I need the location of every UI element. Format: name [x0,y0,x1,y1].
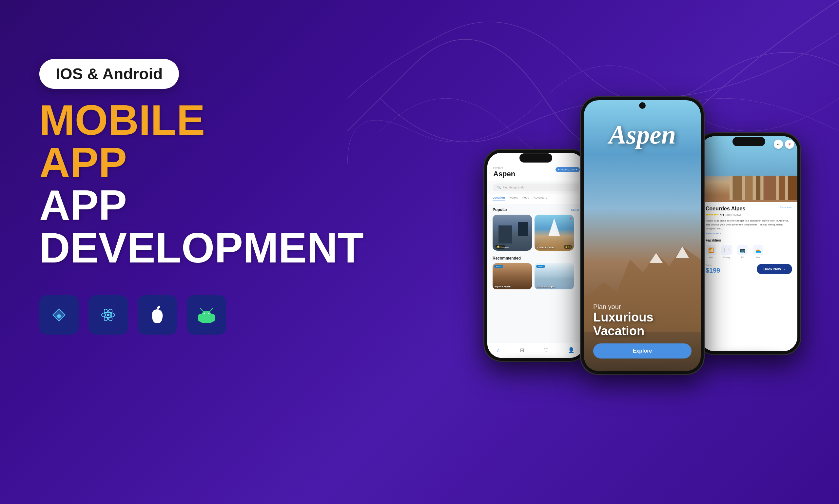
popular-title: Popular [493,208,507,212]
phone3-read-more-link[interactable]: Read more ∨ [706,232,792,235]
phone2-plan-text: Plan your [593,303,654,311]
apple-icon-box [138,295,177,335]
phone3-top-icons: ← ♥ [774,140,794,149]
phone3-facilities-title: Facilities [706,238,792,242]
phone2-screen: Aspen Plan your LuxuriousVacation Explor… [584,100,701,371]
phone3-price-group: Price $199 [706,264,720,274]
phone1-location-badge: ● Aspen, USA ▾ [555,167,580,172]
recommended-title: Recommended [493,256,521,260]
phone3-hero-image: ← ♥ [700,136,797,202]
phone1-recommended-section: Recommended 4N/5D Explore Aspen [487,253,584,291]
facility-dining: 🍽️ Dining [721,245,732,258]
phone1-location-text: Aspen, USA [560,168,575,171]
tab-adventure[interactable]: Adventure [534,196,547,201]
phone2-aspen-hero: Aspen Plan your LuxuriousVacation Explor… [580,96,704,375]
svg-point-10 [203,313,205,314]
svg-point-11 [208,313,210,314]
phone3-screen: ← ♥ Coeurdes Alpes Show map ★★★★★ 4.6 (3… [700,136,797,351]
phone3-notch [732,137,765,146]
facility-pool: 🏊 Pool [753,245,763,258]
phone1-popular-header: Popular See all [493,208,579,212]
wifi-label: Wifi [709,256,713,258]
tab-location[interactable]: Location [493,196,505,201]
search-icon: 🔍 [497,186,501,189]
headline-line3: DEVELOPMENT [39,227,302,269]
alley-palace-rating: ⭐ 4.1 [495,245,505,249]
react-icon-box [89,295,128,335]
svg-point-7 [107,313,109,316]
phone1-notch [519,154,552,163]
nav-home-icon[interactable]: ⌂ [497,347,500,353]
badge-ios-android: IOS & Android [39,59,179,89]
phone1-explore-aspen: Explore Aspen ● Aspen, USA ▾ 🔍 Find thin… [483,149,588,362]
phone2-punchhole [639,102,646,109]
dining-icon: 🍽️ [721,245,732,255]
phone2-aspen-title: Aspen [584,120,701,150]
phone2-aspen-text: Aspen [584,120,701,150]
see-all-link[interactable]: See all [571,209,579,211]
luxurious-aspen-name: Luxurious Aspen [536,285,555,288]
phone3-book-button[interactable]: Book Now → [757,264,792,274]
phone3-description: Aspen is as close as one can get to a st… [706,219,792,231]
phone3-place-title: Coeurdes Alpes [706,206,745,212]
phone1-popular-section: Popular See all Alley Palace ⭐ 4.1 [487,204,584,253]
phone1-dropdown-icon: ▾ [576,168,577,171]
phone2-luxury-text: LuxuriousVacation [593,311,654,338]
phone1-popular-cards: Alley Palace ⭐ 4.1 ♥ Coeurdes Alpes ⭐ 4.… [493,215,579,251]
android-icon-box [187,295,226,335]
headline-line1: MOBILE APP [39,98,302,184]
tab-food[interactable]: Food [522,196,529,201]
svg-rect-12 [198,314,201,322]
svg-rect-13 [211,314,215,322]
phone3-back-icon[interactable]: ← [774,140,783,149]
phone3-price-row: Price $199 Book Now → [706,264,792,274]
nav-search-icon[interactable]: ⊞ [520,347,524,353]
phone3-heart-icon[interactable]: ♥ [785,140,794,149]
phone3-rating-row: ★★★★★ 4.6 (355 Reviews) [706,213,792,216]
phone1-bottom-nav: ⌂ ⊞ ♡ 👤 [487,342,584,358]
phone1-card-coeurdes[interactable]: ♥ Coeurdes Alpes ⭐ 4.5 [535,215,574,251]
tv-icon: 📺 [737,245,748,255]
wifi-icon: 📶 [706,245,716,255]
coeurdes-rating: ⭐ 4.5 [564,245,572,249]
phone1-card-alley-palace[interactable]: Alley Palace ⭐ 4.1 [493,215,532,251]
headline-line2: APP [39,184,302,227]
tv-label: TV [741,256,744,258]
pool-label: Pool [756,256,760,258]
phone2-text-overlay: Plan your LuxuriousVacation [593,303,654,338]
nav-bookmark-icon[interactable]: ♡ [544,347,548,353]
rec-card-explore-aspen[interactable]: 4N/5D Explore Aspen [493,263,532,289]
phone1-rec-header: Recommended [493,256,579,260]
luxurious-aspen-tag: 2N/3D [536,265,545,268]
phone3-content: Coeurdes Alpes Show map ★★★★★ 4.6 (355 R… [700,202,797,278]
phone3-title-row: Coeurdes Alpes Show map [706,206,792,212]
phone3-reviews-count: (355 Reviews) [726,213,742,216]
phone2-explore-button[interactable]: Explore [593,343,692,359]
dining-label: Dining [723,256,730,258]
phone3-coeurdes-detail: ← ♥ Coeurdes Alpes Show map ★★★★★ 4.6 (3… [696,132,801,355]
left-content-area: IOS & Android MOBILE APP APP DEVELOPMENT [39,59,302,335]
phone3-rating-number: 4.6 [720,213,724,216]
coeurdes-label: Coeurdes Alpes [537,247,555,249]
phones-area: Explore Aspen ● Aspen, USA ▾ 🔍 Find thin… [446,0,839,504]
rec-card-luxurious-aspen[interactable]: 2N/3D Luxurious Aspen [535,263,574,289]
phone1-city-title: Aspen [493,170,515,178]
explore-aspen-name: Explore Aspen [495,285,511,288]
phone1-search-bar[interactable]: 🔍 Find things to do [493,183,579,191]
tab-hotels[interactable]: Hotels [510,196,518,201]
facility-wifi: 📶 Wifi [706,245,716,258]
tech-icons-row [39,295,302,335]
phone3-stars: ★★★★★ [706,213,719,216]
phone3-price-label: Price [706,264,720,267]
nav-profile-icon[interactable]: 👤 [568,347,574,353]
phone3-facilities-row: 📶 Wifi 🍽️ Dining 📺 TV 🏊 [706,245,792,258]
phone1-tabs: Location Hotels Food Adventure [487,194,584,204]
flutter-icon-box [39,295,79,335]
facility-tv: 📺 TV [737,245,748,258]
phones-row: Explore Aspen ● Aspen, USA ▾ 🔍 Find thin… [483,96,801,408]
phone1-screen: Explore Aspen ● Aspen, USA ▾ 🔍 Find thin… [487,153,584,358]
explore-aspen-tag: 4N/5D [494,265,503,268]
coeurdes-heart-icon: ♥ [570,217,572,220]
phone3-show-map-link[interactable]: Show map [780,206,792,209]
phone3-price-value: $199 [706,267,720,274]
